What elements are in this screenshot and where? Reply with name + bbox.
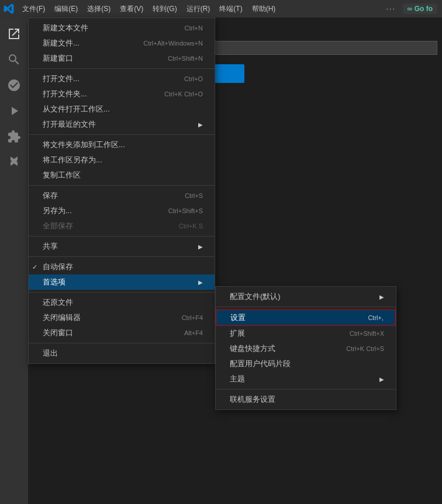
menu-item-open-folder-label: 打开文件夹...	[43, 89, 153, 99]
menu-item-open-workspace-label: 从文件打开工作区...	[43, 104, 203, 114]
menu-item-new-text-file-shortcut: Ctrl+N	[185, 25, 203, 32]
auto-save-checkmark-icon: ✓	[32, 263, 37, 271]
menu-item-quit-label: 退出	[43, 348, 203, 359]
menu-item-save[interactable]: 保存 Ctrl+S	[29, 188, 215, 203]
menu-item-save-workspace[interactable]: 将工作区另存为...	[29, 152, 215, 168]
submenu-item-keybindings-shortcut: Ctrl+K Ctrl+S	[346, 345, 384, 352]
menu-item-new-file-shortcut: Ctrl+Alt+Windows+N	[143, 40, 203, 47]
submenu-item-settings-shortcut: Ctrl+,	[368, 314, 384, 321]
menu-item-save-all-shortcut: Ctrl+K S	[179, 223, 203, 230]
preferences-submenu: 配置文件(默认) ▶ 设置 Ctrl+, 扩展 Ctrl+Shift+X 键盘快…	[215, 286, 396, 410]
profile-arrow-icon: ▶	[379, 294, 384, 300]
submenu-item-settings-label: 设置	[230, 312, 368, 323]
sub-sep-2	[216, 389, 396, 390]
menu-item-close-editor-label: 关闭编辑器	[43, 312, 170, 323]
menu-item-close-window-shortcut: Alt+F4	[184, 329, 203, 336]
menu-item-new-text-file[interactable]: 新建文本文件 Ctrl+N	[29, 20, 215, 36]
submenu-item-extensions-label: 扩展	[230, 328, 350, 339]
separator-1	[29, 68, 215, 69]
menu-item-new-window[interactable]: 新建窗口 Ctrl+Shift+N	[29, 51, 215, 66]
separator-2	[29, 134, 215, 135]
menu-item-share[interactable]: 共享 ▶	[29, 239, 215, 254]
menu-item-auto-save-label: 自动保存	[43, 262, 203, 272]
menu-item-revert[interactable]: 还原文件	[29, 295, 215, 310]
recent-files-arrow-icon: ▶	[198, 121, 203, 128]
menu-item-open-folder[interactable]: 打开文件夹... Ctrl+K Ctrl+O	[29, 86, 215, 102]
menu-item-duplicate-workspace-label: 复制工作区	[43, 170, 203, 180]
menu-item-open-file-label: 打开文件...	[43, 74, 172, 84]
submenu-item-theme-label: 主题	[230, 374, 375, 384]
menu-item-save-shortcut: Ctrl+S	[185, 192, 203, 199]
menu-item-preferences[interactable]: 首选项 ▶	[29, 274, 215, 290]
submenu-item-profile-label: 配置文件(默认)	[230, 291, 375, 302]
submenu-item-snippets[interactable]: 配置用户代码片段	[216, 356, 396, 371]
menu-item-quit[interactable]: 退出	[29, 346, 215, 361]
menu-item-save-as-label: 另存为...	[43, 206, 157, 216]
menu-item-revert-label: 还原文件	[43, 297, 203, 308]
menu-item-new-file-label: 新建文件...	[43, 38, 132, 48]
separator-7	[29, 343, 215, 343]
share-arrow-icon: ▶	[198, 244, 203, 250]
menu-item-close-editor[interactable]: 关闭编辑器 Ctrl+F4	[29, 310, 215, 325]
submenu-item-online-services[interactable]: 联机服务设置	[216, 392, 396, 407]
submenu-item-keybindings-label: 键盘快捷方式	[230, 343, 346, 354]
separator-5	[29, 256, 215, 257]
sub-sep-1	[216, 307, 396, 307]
preferences-arrow-icon: ▶	[198, 279, 203, 286]
menu-item-preferences-label: 首选项	[43, 277, 194, 287]
dropdown-overlay: 新建文本文件 Ctrl+N 新建文件... Ctrl+Alt+Windows+N…	[0, 0, 442, 504]
theme-arrow-icon: ▶	[379, 376, 384, 383]
separator-4	[29, 236, 215, 237]
menu-item-save-all-label: 全部保存	[43, 221, 167, 231]
menu-item-new-window-label: 新建窗口	[43, 53, 156, 64]
menu-item-close-editor-shortcut: Ctrl+F4	[182, 314, 203, 321]
menu-item-new-file[interactable]: 新建文件... Ctrl+Alt+Windows+N	[29, 36, 215, 51]
menu-item-save-all: 全部保存 Ctrl+K S	[29, 218, 215, 234]
menu-item-save-as-shortcut: Ctrl+Shift+S	[168, 207, 203, 214]
file-menu: 新建文本文件 Ctrl+N 新建文件... Ctrl+Alt+Windows+N…	[28, 18, 215, 364]
submenu-item-snippets-label: 配置用户代码片段	[230, 359, 384, 369]
menu-item-open-file-shortcut: Ctrl+O	[184, 75, 203, 82]
menu-item-save-workspace-label: 将工作区另存为...	[43, 155, 203, 165]
menu-item-recent-files[interactable]: 打开最近的文件 ▶	[29, 117, 215, 132]
menu-item-share-label: 共享	[43, 241, 194, 252]
menu-item-add-folder-label: 将文件夹添加到工作区...	[43, 140, 203, 150]
submenu-item-extensions[interactable]: 扩展 Ctrl+Shift+X	[216, 326, 396, 341]
menu-item-duplicate-workspace[interactable]: 复制工作区	[29, 168, 215, 183]
submenu-item-theme[interactable]: 主题 ▶	[216, 371, 396, 387]
submenu-item-extensions-shortcut: Ctrl+Shift+X	[350, 330, 384, 337]
menu-item-recent-files-label: 打开最近的文件	[43, 119, 194, 130]
menu-item-add-folder[interactable]: 将文件夹添加到工作区...	[29, 137, 215, 152]
menu-item-save-label: 保存	[43, 190, 173, 201]
separator-6	[29, 292, 215, 293]
menu-item-open-workspace[interactable]: 从文件打开工作区...	[29, 102, 215, 117]
menu-item-auto-save[interactable]: ✓ 自动保存	[29, 259, 215, 274]
menu-item-open-folder-shortcut: Ctrl+K Ctrl+O	[164, 91, 203, 98]
menu-item-open-file[interactable]: 打开文件... Ctrl+O	[29, 71, 215, 86]
submenu-item-profile[interactable]: 配置文件(默认) ▶	[216, 289, 396, 304]
submenu-item-settings[interactable]: 设置 Ctrl+,	[216, 310, 396, 326]
separator-3	[29, 185, 215, 186]
submenu-item-keybindings[interactable]: 键盘快捷方式 Ctrl+K Ctrl+S	[216, 341, 396, 356]
menu-item-new-window-shortcut: Ctrl+Shift+N	[168, 55, 203, 62]
menu-item-close-window[interactable]: 关闭窗口 Alt+F4	[29, 325, 215, 340]
menu-item-new-text-file-label: 新建文本文件	[43, 23, 173, 33]
menu-item-close-window-label: 关闭窗口	[43, 328, 172, 338]
menu-item-save-as[interactable]: 另存为... Ctrl+Shift+S	[29, 203, 215, 218]
submenu-item-online-services-label: 联机服务设置	[230, 394, 384, 405]
